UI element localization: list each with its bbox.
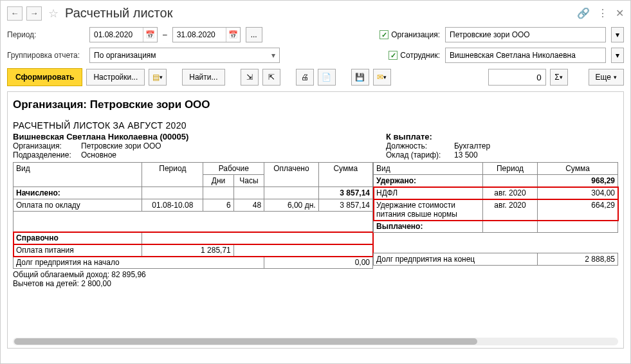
row-chasy: 48 xyxy=(233,199,264,212)
emp-checkbox[interactable]: ✓ Сотрудник: xyxy=(389,51,440,60)
collapse-button[interactable]: ⇱ xyxy=(262,69,280,86)
date-to-input[interactable]: 📅 xyxy=(172,27,241,42)
post-val: Бухгалтер xyxy=(454,141,490,150)
footer-deductions: Вычетов на детей: 2 800,00 xyxy=(13,279,618,288)
ded-period: авг. 2020 xyxy=(483,187,538,199)
chevron-down-icon: ▾ xyxy=(616,30,619,39)
settings-variants-button[interactable]: ▤▾ xyxy=(149,69,167,86)
period-picker-button[interactable]: ... xyxy=(246,27,262,42)
find-button[interactable]: Найти... xyxy=(182,69,224,86)
org-select[interactable]: Петровские зори ООО xyxy=(445,27,606,42)
scrollbar-thumb[interactable] xyxy=(14,338,477,345)
col-period-r: Период xyxy=(483,163,538,175)
close-icon[interactable]: ✕ xyxy=(616,7,624,19)
post-key: Должность: xyxy=(386,141,450,150)
date-from-input[interactable]: 📅 xyxy=(89,27,158,42)
org-key: Организация: xyxy=(13,141,77,150)
sum-input[interactable] xyxy=(488,69,546,86)
chevron-down-icon: ▾ xyxy=(383,74,387,80)
row-opl: 6,00 дн. xyxy=(264,199,318,212)
link-icon[interactable]: 🔗 xyxy=(577,7,590,19)
send-button[interactable]: ✉▾ xyxy=(373,69,391,86)
deducted-total: 968,29 xyxy=(538,175,618,187)
accrued-label: Начислено: xyxy=(14,187,142,199)
col-vid: Вид xyxy=(14,163,142,187)
grouping-value: По организациям xyxy=(94,51,156,60)
ded-vid2: Удержание стоимости питания свыше нормы xyxy=(374,199,483,221)
org-val: Петровские зори ООО xyxy=(81,141,161,150)
ded-period2: авг. 2020 xyxy=(483,199,538,221)
print-icon: 🖨 xyxy=(301,73,309,82)
window-title: Расчетный листок xyxy=(65,6,573,21)
grouping-select[interactable]: По организациям ▾ xyxy=(89,48,280,63)
emp-label: Сотрудник: xyxy=(400,51,440,60)
row-period: 01.08-10.08 xyxy=(142,199,203,212)
horizontal-scrollbar[interactable] xyxy=(13,338,618,345)
org-dropdown-button[interactable]: ▾ xyxy=(611,27,624,42)
org-checkbox[interactable]: ✓ Организация: xyxy=(380,30,440,39)
debt-start-val: 0,00 xyxy=(264,257,373,269)
deducted-label: Удержано: xyxy=(374,175,483,187)
reference-header-row: Справочно xyxy=(14,232,373,244)
layers-icon: ▤ xyxy=(152,73,160,82)
period-label: Период: xyxy=(7,30,84,39)
row-dni: 6 xyxy=(203,199,233,212)
checkmark-icon: ✓ xyxy=(380,30,389,39)
chevron-down-icon: ▾ xyxy=(271,51,275,60)
form-button[interactable]: Сформировать xyxy=(7,68,82,86)
more-button[interactable]: Еще▾ xyxy=(589,69,624,86)
table-row: НДФЛ авг. 2020 304,00 xyxy=(374,187,618,199)
emp-select[interactable]: Вишневская Светлана Николаевна xyxy=(445,48,606,63)
collapse-icon: ⇱ xyxy=(268,73,275,82)
print-button[interactable]: 🖨 xyxy=(296,69,314,86)
mail-icon: ✉ xyxy=(377,73,383,82)
row-sum: 3 857,14 xyxy=(318,199,372,212)
ref-sum: 1 285,71 xyxy=(142,244,233,257)
to-pay-label: К выплате: xyxy=(386,132,618,141)
calendar-icon[interactable]: 📅 xyxy=(226,28,240,42)
row-vid: Оплата по окладу xyxy=(14,199,142,212)
favorite-star-icon[interactable]: ☆ xyxy=(48,6,59,21)
emp-dropdown-button[interactable]: ▾ xyxy=(611,48,624,63)
col-oplacheno: Оплачено xyxy=(264,163,318,187)
footer-taxable: Общий облагаемый доход: 82 895,96 xyxy=(13,270,618,279)
save-button[interactable]: 💾 xyxy=(351,69,369,86)
sigma-icon: Σ xyxy=(554,73,559,82)
date-from-field[interactable] xyxy=(90,29,143,41)
ded-sum2: 664,29 xyxy=(538,199,618,221)
chevron-down-icon: ▾ xyxy=(616,51,619,60)
emp-value: Вишневская Светлана Николаевна xyxy=(450,51,576,60)
col-rabochie: Рабочие xyxy=(203,163,264,175)
diskette-icon: 💾 xyxy=(355,73,365,82)
settings-button[interactable]: Настройки... xyxy=(86,69,145,86)
ded-sum: 304,00 xyxy=(538,187,618,199)
chevron-down-icon: ▾ xyxy=(560,74,563,80)
debt-end-label: Долг предприятия на конец xyxy=(374,253,538,266)
org-header: Организация: Петровские зори ООО xyxy=(13,98,618,111)
col-summa-r: Сумма xyxy=(538,163,618,175)
nav-forward-button[interactable]: → xyxy=(26,6,42,21)
table-row: Удержание стоимости питания свыше нормы … xyxy=(374,199,618,221)
dep-val: Основное xyxy=(81,150,116,159)
paid-label: Выплачено: xyxy=(374,221,483,233)
expand-button[interactable]: ⇲ xyxy=(241,69,259,86)
rate-val: 13 500 xyxy=(454,150,478,159)
doc-title: РАСЧЕТНЫЙ ЛИСТОК ЗА АВГУСТ 2020 xyxy=(13,120,618,131)
accrued-total: 3 857,14 xyxy=(318,187,372,199)
more-menu-icon[interactable]: ⋮ xyxy=(598,7,608,19)
col-chasy: Часы xyxy=(233,175,264,187)
preview-button[interactable]: 📄 xyxy=(318,69,336,86)
checkmark-icon: ✓ xyxy=(389,51,398,60)
rate-key: Оклад (тариф): xyxy=(386,150,450,159)
table-row: Оплата питания 1 285,71 xyxy=(14,244,373,257)
grouping-label: Группировка отчета: xyxy=(7,51,84,60)
nav-back-button[interactable]: ← xyxy=(7,6,23,21)
col-dni: Дни xyxy=(203,175,233,187)
calendar-icon[interactable]: 📅 xyxy=(143,28,157,42)
ref-vid: Оплата питания xyxy=(14,244,142,257)
date-to-field[interactable] xyxy=(173,29,226,41)
accruals-table: Вид Период Рабочие Оплачено Сумма Дни Ча… xyxy=(13,162,373,269)
sigma-button[interactable]: Σ▾ xyxy=(550,69,568,86)
page-icon: 📄 xyxy=(322,73,331,82)
debt-end-val: 2 888,85 xyxy=(538,253,618,266)
